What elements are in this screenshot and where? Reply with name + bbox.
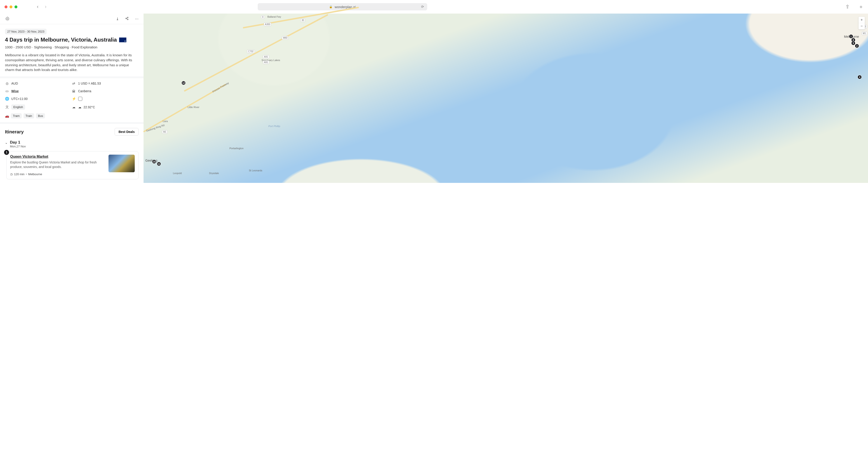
more-icon[interactable]: ⋯: [135, 17, 138, 21]
new-tab-icon[interactable]: ＋: [859, 3, 864, 10]
zoom-out-button[interactable]: −: [859, 23, 865, 29]
itinerary-section: Itinerary Best Deals ⌄ Day 1 Mon,27 Nov …: [0, 122, 144, 183]
app-logo[interactable]: [5, 16, 10, 21]
info-timezone: 🌐 UTC+11:00: [5, 97, 72, 101]
poi-title[interactable]: Queen Victoria Market: [10, 155, 105, 159]
map-pin[interactable]: 4: [858, 75, 862, 79]
info-weather: ☁ ☁ 22.92°C: [72, 104, 139, 110]
panel-header: ⤓ ⋯: [0, 13, 144, 24]
svg-line-4: [126, 19, 127, 19]
svg-point-2: [127, 19, 128, 20]
map-route-badge: M1: [862, 32, 867, 35]
socket-type-icon: [78, 97, 82, 101]
svg-point-1: [126, 18, 127, 19]
map-route-badge: A300: [264, 23, 271, 26]
window-minimize[interactable]: [9, 5, 12, 8]
day-header[interactable]: ⌄ Day 1 Mon,27 Nov: [5, 140, 138, 148]
dot-separator: •: [26, 173, 27, 176]
date-range-pill: 27 Nov, 2023 - 30 Nov, 2023: [5, 29, 46, 34]
weather-icon: ☁: [72, 105, 76, 109]
car-icon: 🚗: [5, 114, 9, 118]
map-town-label: St Leonards: [249, 169, 262, 172]
currency-icon: ◎: [5, 82, 9, 86]
card-icon: ▭: [5, 89, 9, 93]
map-route-badge: M80: [282, 36, 288, 39]
poi-body: Queen Victoria Market Explore the bustli…: [10, 155, 135, 176]
trip-title-text: 4 Days trip in Melbourne, Victoria, Aust…: [5, 37, 117, 43]
info-language: 文 English: [5, 104, 72, 110]
itinerary-title: Itinerary: [5, 129, 24, 134]
address-bar[interactable]: 🔒 wonderplan.ai ⟳: [258, 3, 427, 10]
refresh-icon[interactable]: ⟳: [421, 5, 424, 9]
card-link[interactable]: Wise: [11, 89, 19, 93]
day-date: Mon,27 Nov: [10, 145, 26, 148]
building-icon: 🏛: [72, 89, 76, 93]
language-icon: 文: [5, 105, 9, 109]
trip-overview: 27 Nov, 2023 - 30 Nov, 2023 4 Days trip …: [0, 24, 144, 76]
map-pin[interactable]: 12: [182, 81, 186, 85]
map-route-badge: 30: [301, 19, 305, 22]
map-town-label: Portarlington: [229, 147, 243, 150]
globe-icon: 🌐: [5, 97, 9, 101]
map-pin[interactable]: 9: [851, 41, 855, 45]
map-town-label: Little River: [188, 106, 199, 108]
left-panel[interactable]: ⤓ ⋯ 27 Nov, 2023 - 30 Nov, 2023 4 Days t…: [0, 13, 144, 183]
day-label: Day 1: [10, 140, 26, 145]
best-deals-button[interactable]: Best Deals: [115, 128, 138, 136]
poi-text: Queen Victoria Market Explore the bustli…: [10, 155, 105, 176]
share-icon[interactable]: [125, 17, 129, 21]
weather-cloud-icon: ☁: [78, 105, 81, 109]
language-value: English: [11, 104, 25, 110]
chevron-down-icon[interactable]: ⌄: [5, 141, 8, 145]
poi-description: Explore the bustling Queen Victoria Mark…: [10, 160, 105, 169]
map-route-badge: M1: [162, 130, 167, 133]
flag-icon: [119, 37, 126, 42]
browser-share-icon[interactable]: ⇪: [845, 4, 849, 10]
window-close[interactable]: [4, 5, 7, 8]
map-town-label: Leopold: [173, 172, 182, 175]
zoom-in-button[interactable]: +: [859, 17, 865, 23]
browser-right-icons: ⇪ ＋: [845, 3, 864, 10]
trip-title: 4 Days trip in Melbourne, Victoria, Aust…: [5, 37, 138, 43]
map-water-label: Port Phillip: [268, 125, 280, 127]
info-transport: 🚗 Tram Train Bus: [5, 113, 138, 119]
poi-image: [108, 155, 135, 172]
window-controls: [4, 5, 18, 8]
transport-tram: Tram: [11, 113, 22, 119]
map-zoom-controls: + −: [859, 17, 865, 29]
nav-arrows: ‹ ›: [37, 4, 46, 9]
browser-chrome: ‹ › 🔒 wonderplan.ai ⟳ ⇪ ＋: [0, 0, 868, 13]
info-card: ▭ Wise: [5, 89, 72, 93]
download-icon[interactable]: ⤓: [116, 17, 119, 21]
map-route-badge: 8: [261, 16, 265, 19]
app-root: ⤓ ⋯ 27 Nov, 2023 - 30 Nov, 2023 4 Days t…: [0, 13, 868, 183]
map-route-badge: A91: [263, 61, 269, 64]
map-road-label: Ballarat Fwy: [268, 16, 281, 18]
day-labels: Day 1 Mon,27 Nov: [10, 140, 26, 148]
map-canvas[interactable]: Melbourne Sanctuary Lakes Little River L…: [144, 13, 868, 183]
nav-back[interactable]: ‹: [37, 4, 38, 9]
weather-value: 22.92°C: [84, 105, 95, 109]
poi-card[interactable]: 1 Queen Victoria Market Explore the bust…: [6, 151, 138, 179]
map-pin[interactable]: 1: [849, 34, 853, 38]
exchange-value: 1 USD = A$1.53: [78, 82, 101, 85]
info-sockets: ⚡: [72, 97, 139, 101]
map-town-label: Drysdale: [209, 172, 219, 175]
info-capital: 🏛 Canberra: [72, 89, 139, 93]
info-grid: ◎ AUD ⇄ 1 USD = A$1.53 ▭ Wise 🏛 Canberra…: [0, 76, 144, 122]
map-pin[interactable]: 10: [152, 160, 156, 164]
plug-icon: ⚡: [72, 97, 76, 101]
clock-icon: ◷: [10, 173, 13, 176]
info-exchange: ⇄ 1 USD = A$1.53: [72, 82, 139, 86]
map-route-badge: A91: [263, 55, 269, 59]
map-pin[interactable]: 2: [855, 44, 859, 48]
transport-bus: Bus: [36, 113, 45, 119]
itinerary-header: Itinerary Best Deals: [5, 128, 138, 136]
nav-forward: ›: [45, 4, 46, 9]
capital-value: Canberra: [78, 89, 91, 93]
window-maximize[interactable]: [14, 5, 18, 8]
info-currency: ◎ AUD: [5, 82, 72, 86]
map-pin[interactable]: 11: [157, 162, 161, 166]
timezone-value: UTC+11:00: [11, 97, 28, 101]
socket-icons: [78, 97, 82, 101]
